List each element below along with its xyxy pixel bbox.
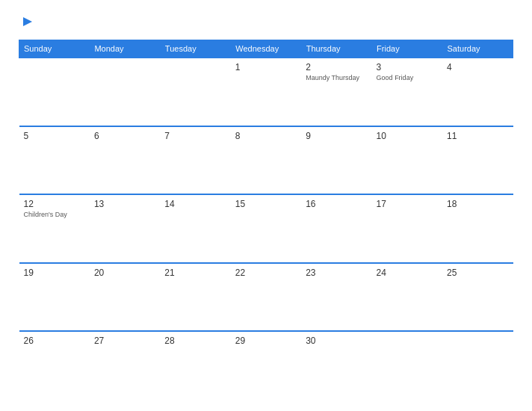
calendar-cell: 1 [231, 58, 301, 126]
weekday-header-friday: Friday [372, 40, 442, 58]
day-number: 3 [377, 62, 438, 72]
day-number: 23 [306, 268, 367, 278]
day-number: 2 [306, 62, 367, 72]
calendar-cell: 26 [19, 331, 90, 400]
calendar-cell: 29 [231, 331, 301, 400]
calendar-body: 12Maundy Thursday3Good Friday45678910111… [19, 58, 513, 400]
week-row: 567891011 [19, 126, 513, 195]
weekday-header-thursday: Thursday [301, 40, 371, 58]
day-number: 27 [94, 336, 155, 346]
calendar-cell: 3Good Friday [372, 58, 442, 126]
day-number: 30 [306, 336, 367, 346]
day-number: 12 [24, 199, 85, 209]
calendar-cell: 7 [160, 126, 230, 195]
calendar-cell: 11 [442, 126, 513, 195]
svg-marker-0 [23, 17, 32, 26]
day-number: 15 [235, 199, 297, 209]
holiday-name: Good Friday [377, 74, 438, 82]
day-number: 16 [306, 199, 367, 209]
week-row: 2627282930 [19, 331, 513, 400]
day-number: 8 [235, 131, 297, 141]
day-number: 18 [447, 199, 508, 209]
weekday-header-monday: Monday [90, 40, 160, 58]
calendar-cell: 13 [90, 194, 160, 263]
day-number: 21 [164, 268, 226, 278]
calendar-cell: 21 [160, 263, 230, 332]
day-number: 7 [164, 131, 226, 141]
week-row: 19202122232425 [19, 263, 513, 332]
calendar-cell: 8 [231, 126, 301, 195]
calendar-cell: 5 [19, 126, 90, 195]
weekday-header-saturday: Saturday [442, 40, 513, 58]
calendar-page: SundayMondayTuesdayWednesdayThursdayFrid… [0, 0, 532, 411]
weekday-header-wednesday: Wednesday [231, 40, 301, 58]
calendar-cell: 2Maundy Thursday [301, 58, 371, 126]
weekday-header-tuesday: Tuesday [160, 40, 230, 58]
calendar-cell: 19 [19, 263, 90, 332]
day-number: 28 [164, 336, 226, 346]
weekday-header-sunday: Sunday [19, 40, 90, 58]
calendar-cell: 9 [301, 126, 371, 195]
logo-triangle-icon [19, 15, 33, 28]
calendar-table: SundayMondayTuesdayWednesdayThursdayFrid… [19, 40, 513, 400]
calendar-cell: 17 [372, 194, 442, 263]
weekday-header-row: SundayMondayTuesdayWednesdayThursdayFrid… [19, 40, 513, 58]
day-number: 5 [24, 131, 85, 141]
calendar-cell: 15 [231, 194, 301, 263]
week-row: 12Children's Day131415161718 [19, 194, 513, 263]
calendar-header: SundayMondayTuesdayWednesdayThursdayFrid… [19, 40, 513, 58]
day-number: 10 [377, 131, 438, 141]
day-number: 19 [24, 268, 85, 278]
calendar-cell: 18 [442, 194, 513, 263]
day-number: 11 [447, 131, 508, 141]
day-number: 6 [94, 131, 155, 141]
day-number: 9 [306, 131, 367, 141]
calendar-cell [372, 331, 442, 400]
calendar-cell: 23 [301, 263, 371, 332]
day-number: 24 [377, 268, 438, 278]
calendar-cell: 27 [90, 331, 160, 400]
holiday-name: Maundy Thursday [306, 74, 367, 82]
calendar-cell: 12Children's Day [19, 194, 90, 263]
header [19, 15, 513, 28]
day-number: 22 [235, 268, 297, 278]
calendar-cell: 10 [372, 126, 442, 195]
calendar-cell: 14 [160, 194, 230, 263]
day-number: 14 [164, 199, 226, 209]
calendar-cell: 4 [442, 58, 513, 126]
day-number: 17 [377, 199, 438, 209]
calendar-cell: 25 [442, 263, 513, 332]
week-row: 12Maundy Thursday3Good Friday4 [19, 58, 513, 126]
day-number: 25 [447, 268, 508, 278]
calendar-cell [90, 58, 160, 126]
calendar-cell: 16 [301, 194, 371, 263]
calendar-cell: 30 [301, 331, 371, 400]
calendar-cell: 20 [90, 263, 160, 332]
day-number: 20 [94, 268, 155, 278]
day-number: 26 [24, 336, 85, 346]
calendar-cell: 28 [160, 331, 230, 400]
calendar-cell [442, 331, 513, 400]
day-number: 1 [235, 62, 297, 72]
day-number: 13 [94, 199, 155, 209]
calendar-cell: 24 [372, 263, 442, 332]
day-number: 4 [447, 62, 508, 72]
calendar-cell [160, 58, 230, 126]
calendar-cell [19, 58, 90, 126]
calendar-cell: 22 [231, 263, 301, 332]
day-number: 29 [235, 336, 297, 346]
calendar-cell: 6 [90, 126, 160, 195]
holiday-name: Children's Day [24, 211, 85, 219]
logo [19, 15, 33, 28]
